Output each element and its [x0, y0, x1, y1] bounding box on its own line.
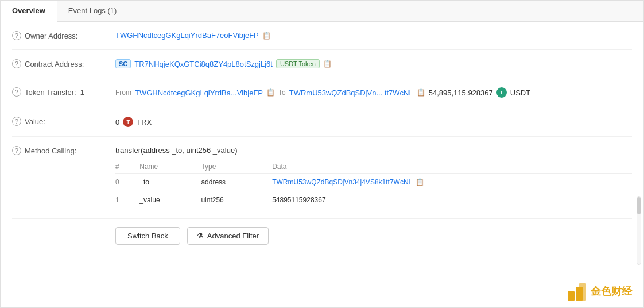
row-data: TWRmU53wQZdBqSDjVn34j4VS8k1tt7WcNL📋	[272, 174, 632, 191]
value-label-text: Value:	[25, 117, 45, 126]
contract-label-text: Contract Address:	[25, 60, 84, 68]
tab-overview[interactable]: Overview	[1, 1, 57, 22]
value-row: ? Value: 0 T TRX	[12, 107, 632, 137]
to-copy-icon[interactable]: 📋	[417, 88, 425, 97]
to-address[interactable]: TWRmU53wQZdBqSDjVn... tt7WcNL	[289, 88, 413, 97]
tab-event-logs[interactable]: Event Logs (1)	[57, 1, 129, 22]
sc-badge: SC	[115, 59, 131, 68]
contract-value: SC TR7NHqjeKQxGTCi8q8ZY4pL8otSzgjLj6t US…	[115, 59, 632, 68]
filter-label: Advanced Filter	[207, 232, 259, 240]
owner-address-row: ? Owner Address: TWGHNcdtcegGKgLqiYrdBaF…	[12, 22, 632, 50]
method-help-icon[interactable]: ?	[12, 146, 21, 155]
owner-help-icon[interactable]: ?	[12, 31, 21, 40]
contract-copy-icon[interactable]: 📋	[323, 60, 332, 68]
col-header-data: Data	[272, 160, 632, 174]
col-header-type: Type	[201, 160, 272, 174]
owner-label-text: Owner Address:	[25, 32, 78, 40]
method-content: transfer(address _to, uint256 _value) # …	[115, 146, 632, 209]
usdt-icon: T	[496, 87, 507, 98]
advanced-filter-button[interactable]: ⚗ Advanced Filter	[187, 227, 269, 245]
to-label: To	[278, 88, 286, 97]
row-type: uint256	[201, 191, 272, 209]
table-row: 1_valueuint25654895115928367	[115, 191, 632, 209]
token-transfer-label-text: Token Transfer: 1	[25, 88, 84, 97]
buttons-row: Switch Back ⚗ Advanced Filter	[12, 219, 632, 253]
row-index: 1	[115, 191, 139, 209]
data-address-link[interactable]: TWRmU53wQZdBqSDjVn34j4VS8k1tt7WcNL	[272, 178, 412, 186]
watermark-text: 金色财经	[591, 284, 632, 298]
method-table: # Name Type Data 0_toaddressTWRmU53wQZdB…	[115, 160, 632, 209]
scrollbar-thumb	[637, 197, 641, 214]
transfer-amount: 54,895,115.928367	[429, 88, 493, 97]
value-label: ? Value:	[12, 117, 115, 126]
contract-address[interactable]: TR7NHqjeKQxGTCi8q8ZY4pL8otSzgjLj6t	[134, 60, 273, 68]
data-copy-icon[interactable]: 📋	[416, 178, 424, 186]
main-container: Overview Event Logs (1) ? Owner Address:…	[0, 0, 644, 308]
value-help-icon[interactable]: ?	[12, 117, 21, 126]
row-data: 54895115928367	[272, 191, 632, 209]
trx-icon: T	[123, 117, 133, 127]
value-value: 0 T TRX	[115, 117, 632, 127]
token-transfer-row: ? Token Transfer: 1 From TWGHNcdtcegGKgL…	[12, 78, 632, 107]
method-signature: transfer(address _to, uint256 _value)	[115, 146, 632, 155]
from-address[interactable]: TWGHNcdtcegGKgLqiYrdBa...VibjeFP	[135, 88, 263, 97]
content-area: ? Owner Address: TWGHNcdtcegGKgLqiYrdBaF…	[1, 22, 643, 253]
transfer-currency: USDT	[510, 88, 530, 97]
tab-bar: Overview Event Logs (1)	[1, 1, 643, 22]
filter-icon: ⚗	[197, 232, 204, 240]
from-copy-icon[interactable]: 📋	[266, 88, 275, 97]
owner-address[interactable]: TWGHNcdtcegGKgLqiYrdBaF7eoFVibjeFP	[115, 31, 259, 40]
switch-back-button[interactable]: Switch Back	[115, 227, 180, 245]
row-name: _to	[139, 174, 201, 191]
logo-icon	[567, 281, 587, 302]
token-badge: USDT Token	[276, 59, 320, 68]
contract-label: ? Contract Address:	[12, 59, 115, 68]
row-type: address	[201, 174, 272, 191]
wm-logo	[567, 281, 587, 302]
row-name: _value	[139, 191, 201, 209]
svg-rect-0	[568, 291, 575, 301]
token-transfer-help-icon[interactable]: ?	[12, 87, 21, 97]
method-label-text: Method Calling:	[25, 147, 76, 155]
row-index: 0	[115, 174, 139, 191]
contract-help-icon[interactable]: ?	[12, 59, 21, 68]
method-label: ? Method Calling:	[12, 146, 115, 155]
watermark: 金色财经	[567, 281, 632, 302]
method-calling-row: ? Method Calling: transfer(address _to, …	[12, 137, 632, 219]
svg-rect-2	[579, 283, 586, 301]
contract-address-row: ? Contract Address: SC TR7NHqjeKQxGTCi8q…	[12, 50, 632, 78]
token-transfer-label: ? Token Transfer: 1	[12, 87, 115, 97]
owner-value: TWGHNcdtcegGKgLqiYrdBaF7eoFVibjeFP 📋	[115, 31, 632, 40]
col-header-index: #	[115, 160, 139, 174]
from-label: From	[115, 88, 131, 97]
table-row: 0_toaddressTWRmU53wQZdBqSDjVn34j4VS8k1tt…	[115, 174, 632, 191]
value-amount: 0	[115, 118, 119, 126]
value-currency: TRX	[137, 118, 152, 126]
col-header-name: Name	[139, 160, 201, 174]
token-transfer-value: From TWGHNcdtcegGKgLqiYrdBa...VibjeFP 📋 …	[115, 87, 632, 98]
scrollbar[interactable]	[637, 196, 641, 265]
owner-label: ? Owner Address:	[12, 31, 115, 40]
owner-copy-icon[interactable]: 📋	[262, 32, 271, 40]
